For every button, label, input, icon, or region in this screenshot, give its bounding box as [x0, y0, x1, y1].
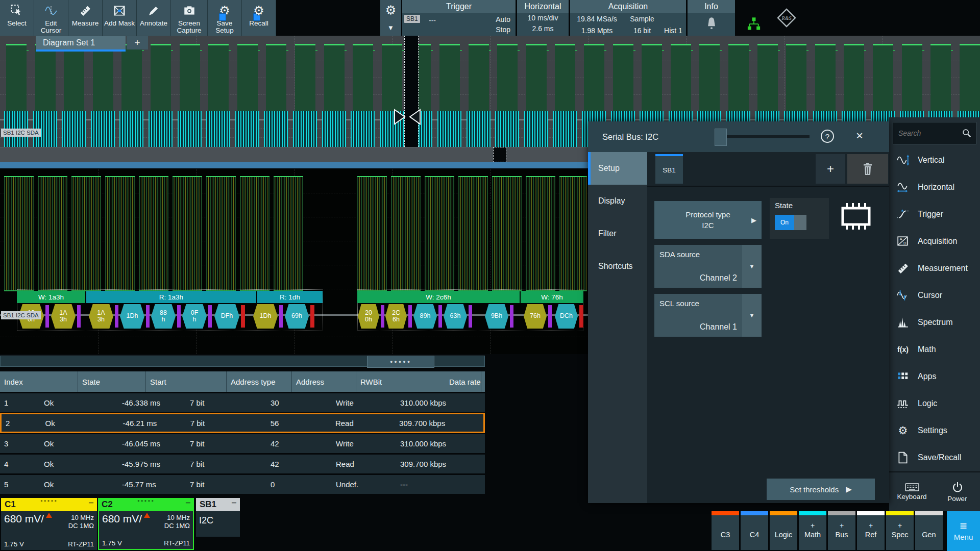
- table-header-cell[interactable]: RWBit: [356, 371, 445, 392]
- drag-handle-dots[interactable]: ●●●●●: [137, 498, 155, 503]
- sidebar-item-math[interactable]: f(x) Math: [889, 336, 980, 363]
- decode-byte: 1Dh: [253, 304, 278, 329]
- dialog-slider-handle[interactable]: [715, 129, 727, 146]
- tab-sb1[interactable]: SB1: [655, 154, 683, 184]
- protocol-type-button[interactable]: Protocol type I2C ▶: [654, 201, 762, 239]
- state-control: State On: [770, 198, 829, 239]
- power-button[interactable]: Power: [935, 472, 980, 511]
- table-header-cell[interactable]: Start: [146, 371, 227, 392]
- search-box[interactable]: [893, 122, 976, 144]
- dialog-header[interactable]: Serial Bus: I2C ? ×: [588, 121, 889, 152]
- channel-activate-button[interactable]: C4: [741, 511, 768, 550]
- delete-bus-button[interactable]: [847, 154, 888, 184]
- save-setup-button[interactable]: ⚙ Save Setup: [208, 0, 242, 36]
- channel-activate-button[interactable]: Logic: [770, 511, 797, 550]
- edit-cursor-button[interactable]: Edit Cursor: [34, 0, 68, 36]
- channel-activate-button[interactable]: + Math: [799, 511, 826, 550]
- sidebar-item-save-recall[interactable]: Save/Recall: [889, 444, 980, 471]
- table-row[interactable]: 1 Ok -46.338 ms 7 bit 30 Write 310.000 k…: [0, 393, 485, 412]
- select-button[interactable]: Select: [0, 0, 34, 36]
- toolbar-config-button[interactable]: ⚙ ▼: [380, 0, 401, 36]
- channel-activate-button[interactable]: + Bus: [828, 511, 855, 550]
- acquisition-status-section[interactable]: Acquisition 19.84 MSa/s Sample 1.98 Mpts…: [570, 0, 686, 36]
- dialog-transparency-slider[interactable]: [715, 135, 810, 138]
- sidebar-item-settings[interactable]: ⚙ Settings: [889, 417, 980, 444]
- tab-filter[interactable]: Filter: [588, 217, 647, 250]
- offset: 1.75 V: [102, 539, 122, 547]
- decode-byte: [115, 305, 118, 328]
- decode-byte: 89h: [413, 304, 437, 329]
- screen-capture-button[interactable]: Screen Capture: [171, 0, 208, 36]
- recall-icon: ⚙: [253, 2, 264, 20]
- menu-button[interactable]: ≡ Menu: [947, 511, 980, 551]
- channel-activate-button[interactable]: C3: [712, 511, 739, 550]
- add-bus-button[interactable]: +: [816, 154, 845, 184]
- table-header-cell[interactable]: Address type: [227, 371, 292, 392]
- decode-byte: [548, 305, 552, 328]
- state-toggle[interactable]: On: [775, 215, 806, 230]
- annotate-button[interactable]: Annotate: [137, 0, 171, 36]
- network-status-icon[interactable]: [747, 16, 761, 32]
- sda-source-dropdown[interactable]: SDA source Channel 2 ▼: [654, 245, 762, 288]
- sidebar-item-logic[interactable]: Logic: [889, 390, 980, 417]
- tab-setup[interactable]: Setup: [588, 152, 647, 185]
- sidebar-item-spectrum[interactable]: Spectrum: [889, 309, 980, 336]
- channel-badge-c1[interactable]: C1 ●●●●● – 680 mV/ 10 MHzDC 1MΩ 1.75 V R…: [1, 498, 97, 550]
- table-header-row: IndexStateStartAddress typeAddressRWBitD…: [0, 371, 485, 392]
- svg-text:R&S: R&S: [781, 15, 792, 21]
- zoom-window-indicator[interactable]: [493, 147, 506, 162]
- result-scrollbar-track[interactable]: ●●●●●: [0, 356, 485, 367]
- sidebar-item-measurement[interactable]: Measurement: [889, 255, 980, 282]
- channel-activate-button[interactable]: Gen: [915, 511, 943, 550]
- dialog-tab-list: Setup Display Filter Shortcuts: [588, 152, 647, 503]
- table-header-cell[interactable]: Address: [292, 371, 356, 392]
- channel-activate-button[interactable]: + Ref: [857, 511, 885, 550]
- channel-activate-button[interactable]: + Spec: [886, 511, 914, 550]
- search-input[interactable]: [897, 129, 962, 138]
- close-icon[interactable]: ×: [850, 127, 869, 145]
- sidebar-item-vertical[interactable]: Vertical: [889, 146, 980, 173]
- sidebar-item-apps[interactable]: Apps: [889, 363, 980, 390]
- help-icon[interactable]: ?: [821, 130, 834, 143]
- table-header-cell[interactable]: Index: [0, 371, 78, 392]
- sidebar-item-acquisition[interactable]: AD Acquisition: [889, 228, 980, 255]
- channel-badge-c2[interactable]: C2 ●●●●● – 680 mV/ 10 MHzDC 1MΩ 1.75 V R…: [98, 498, 194, 550]
- overload-warning-icon: [46, 513, 52, 518]
- sidebar-item-horizontal[interactable]: Horizontal: [889, 173, 980, 201]
- measure-button[interactable]: Measure: [68, 0, 103, 36]
- minimize-channel-icon[interactable]: –: [186, 498, 190, 507]
- minimize-channel-icon[interactable]: –: [232, 498, 236, 507]
- table-header-cell[interactable]: Data rate: [445, 371, 481, 392]
- table-row[interactable]: 5 Ok -45.77 ms 7 bit 0 Undef. ---: [0, 475, 485, 494]
- channel-color-bar: [770, 511, 797, 515]
- tab-diagram-set-1[interactable]: Diagram Set 1: [36, 36, 126, 52]
- recall-button[interactable]: ⚙ Recall: [242, 0, 276, 36]
- keyboard-button[interactable]: Keyboard: [889, 472, 935, 511]
- tab-shortcuts[interactable]: Shortcuts: [588, 250, 647, 283]
- tab-display[interactable]: Display: [588, 185, 647, 217]
- timebase-scale: 10 ms/div: [517, 13, 569, 23]
- sidebar-item-trigger[interactable]: Trigger: [889, 201, 980, 228]
- horizontal-status-section[interactable]: Horizontal 10 ms/div 2.6 ms: [517, 0, 569, 36]
- drag-handle-dots[interactable]: ●●●●●: [40, 498, 58, 503]
- decode-frame: W: 76h: [521, 291, 583, 303]
- scl-source-dropdown[interactable]: SCL source Channel 1 ▼: [654, 294, 762, 337]
- trigger-position-marker[interactable]: [393, 108, 422, 126]
- bus-badge-sb1[interactable]: SB1 – I2C: [196, 498, 240, 537]
- table-row[interactable]: 3 Ok -46.045 ms 7 bit 42 Write 310.000 k…: [0, 434, 485, 453]
- set-thresholds-button[interactable]: Set thresholds ▶: [767, 479, 875, 500]
- add-mask-button[interactable]: Add Mask: [103, 0, 137, 36]
- decode-byte: 63h: [444, 304, 467, 329]
- bandwidth: 10 MHz: [68, 514, 94, 522]
- channel-color-bar: [741, 511, 768, 515]
- add-diagram-tab-button[interactable]: +: [127, 36, 148, 49]
- table-row[interactable]: 4 Ok -45.975 ms 7 bit 42 Read 309.700 kb…: [0, 455, 485, 473]
- trigger-status-section[interactable]: Trigger SB1 --- Auto Stop: [402, 0, 516, 36]
- sidebar-item-cursor[interactable]: Cursor: [889, 282, 980, 309]
- table-header-cell[interactable]: State: [78, 371, 146, 392]
- result-scrollbar-handle[interactable]: ●●●●●: [367, 356, 434, 368]
- table-row[interactable]: 2 Ok -46.21 ms 7 bit 56 Read 309.700 kbp…: [0, 413, 485, 433]
- minimize-channel-icon[interactable]: –: [89, 498, 93, 507]
- info-status-section[interactable]: Info: [688, 0, 735, 36]
- trigger-position-band[interactable]: [404, 36, 419, 147]
